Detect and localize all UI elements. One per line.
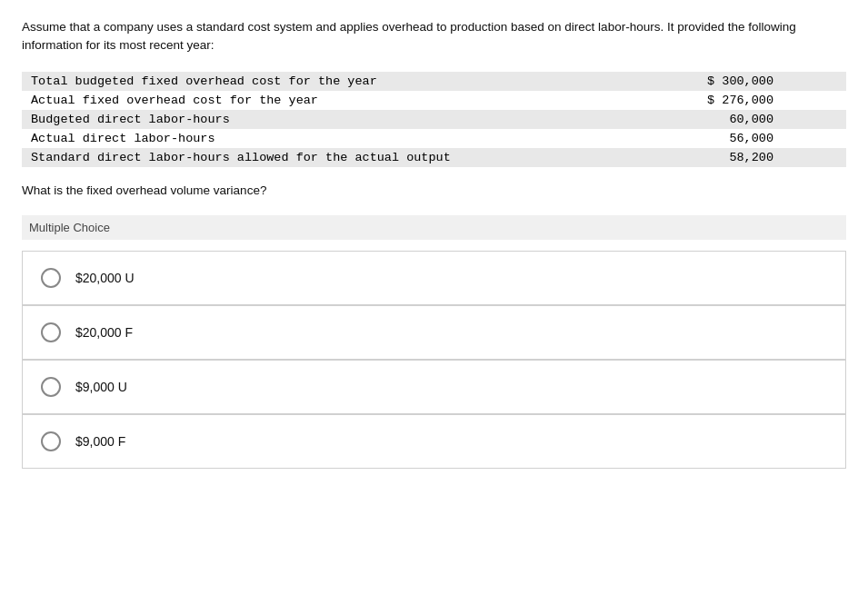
- table-row: Standard direct labor-hours allowed for …: [22, 148, 846, 167]
- table-cell-value: 58,200: [516, 148, 846, 167]
- table-cell-value: 60,000: [516, 110, 846, 129]
- table-cell-value: $ 300,000: [516, 72, 846, 91]
- choice-item-a[interactable]: $20,000 U: [22, 251, 846, 305]
- choice-label-a: $20,000 U: [75, 271, 135, 285]
- choice-label-b: $20,000 F: [75, 325, 133, 340]
- table-row: Total budgeted fixed overhead cost for t…: [22, 72, 846, 91]
- table-cell-label: Total budgeted fixed overhead cost for t…: [22, 72, 516, 91]
- table-cell-label: Actual fixed overhead cost for the year: [22, 91, 516, 110]
- table-cell-value: $ 276,000: [516, 91, 846, 110]
- table-cell-value: 56,000: [516, 129, 846, 148]
- table-cell-label: Actual direct labor-hours: [22, 129, 516, 148]
- choice-item-b[interactable]: $20,000 F: [22, 305, 846, 360]
- question-text: What is the fixed overhead volume varian…: [22, 183, 846, 197]
- choice-item-d[interactable]: $9,000 F: [22, 414, 846, 469]
- choice-label-d: $9,000 F: [75, 434, 125, 449]
- multiple-choice-label: Multiple Choice: [22, 215, 846, 240]
- table-cell-label: Budgeted direct labor-hours: [22, 110, 516, 129]
- table-row: Budgeted direct labor-hours60,000: [22, 110, 846, 129]
- radio-c[interactable]: [41, 377, 61, 397]
- table-row: Actual fixed overhead cost for the year$…: [22, 91, 846, 110]
- radio-b[interactable]: [41, 322, 61, 342]
- choice-item-c[interactable]: $9,000 U: [22, 360, 846, 414]
- radio-d[interactable]: [41, 431, 61, 451]
- choice-label-c: $9,000 U: [75, 380, 127, 394]
- table-cell-label: Standard direct labor-hours allowed for …: [22, 148, 516, 167]
- table-row: Actual direct labor-hours56,000: [22, 129, 846, 148]
- radio-a[interactable]: [41, 268, 61, 288]
- intro-text: Assume that a company uses a standard co…: [22, 18, 846, 55]
- choices-container: $20,000 U$20,000 F$9,000 U$9,000 F: [22, 251, 846, 469]
- data-table: Total budgeted fixed overhead cost for t…: [22, 72, 846, 167]
